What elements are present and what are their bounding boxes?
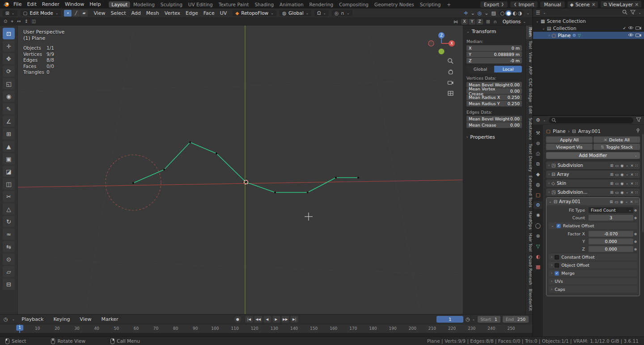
topbar-menu-item[interactable]: Render [39,1,62,7]
correct-face-attributes-icon[interactable]: ◫ [32,19,36,24]
realtime-toggle-icon[interactable]: ▭ [614,200,618,204]
tab-material[interactable]: ◐ [534,253,542,260]
viewport-menu-item[interactable]: Add [128,10,143,16]
hide-eye-icon[interactable] [628,33,634,38]
expand-caret-icon[interactable]: ⌄ [549,200,552,204]
expand-caret-icon[interactable]: › [548,190,550,194]
tab-view-layer[interactable]: ⧉ [534,160,542,168]
viewport-menu-item[interactable]: Vertex [162,10,183,16]
modifier-name[interactable]: Skin [557,181,566,186]
tool-rip-region[interactable]: ⊟ [3,278,15,290]
drag-handle-icon[interactable]: ∷ [636,163,638,168]
tab-hair-tool[interactable]: Hair Tool [526,231,532,254]
topbar-menu-item[interactable]: Help [87,1,103,7]
shading-dropdown-caret[interactable]: ⌄ [526,11,530,15]
viewport-menu-item[interactable]: UV [217,10,230,16]
close-icon[interactable]: ✕ [630,181,633,186]
retopoflow-dropdown[interactable]: ◆RetopoFlow⌄ [233,10,276,16]
frame-end-field[interactable]: End250 [503,316,529,323]
tab-hardops[interactable]: HardOps [526,209,532,231]
outliner-row-plane[interactable]: › ▢ Plane ⚙ ▽ [533,32,644,39]
subpanel-checkbox[interactable]: ✓ [555,255,559,260]
tab-csc-bridge[interactable]: CSC Bridge [526,77,532,104]
close-icon[interactable]: ✕ [630,190,633,195]
tab-physics[interactable]: ◯ [534,222,542,230]
snap-target-icon[interactable]: ⌖ [11,19,13,24]
viewport-menu-item[interactable]: Select [108,10,129,16]
topbar-menu-item[interactable]: Edit [24,1,39,7]
animate-dot-icon[interactable]: ● [633,216,638,220]
exclude-checkbox[interactable]: ✓ [623,26,626,30]
manual-button[interactable]: Manual [540,1,564,8]
face-select-mode-button[interactable]: ▰ [80,10,88,17]
median-field[interactable]: X0 m [466,45,522,51]
playhead[interactable]: 1 [19,324,20,333]
tab-item[interactable]: Item [526,26,532,39]
tool-loop-cut[interactable]: ◫ [3,178,15,190]
realtime-toggle-icon[interactable]: ▭ [615,190,619,195]
animate-dot-icon[interactable]: ● [633,232,638,236]
vertex-data-field[interactable]: Mean Radius Y0.250 [466,101,522,106]
clock-icon[interactable]: ◷ [466,316,470,322]
modifier-name[interactable]: Subdivision... [558,190,588,195]
shading-solid-button[interactable]: ● [505,10,512,16]
tab-object-data[interactable]: ▽ [534,243,542,250]
tab-texel-density[interactable]: Texel Density [526,142,532,174]
shading-rendered-button[interactable]: ◑ [518,10,522,16]
fit-type-dropdown[interactable]: Fixed Count⌄ [589,207,633,213]
gizmo-dropdown-caret[interactable]: ⌄ [470,10,475,16]
live-unwrap-icon[interactable]: ∩ [493,19,496,24]
tab-tool[interactable]: Tool [526,39,532,51]
frame-start-field[interactable]: Start1 [478,316,500,323]
camera-view-icon[interactable] [446,78,454,86]
modifier-subdivision-001[interactable]: › ◳ Subdivision... ⊞ ▭ ◉ ⌄ ✕ ∷ [546,188,640,196]
expand-caret-icon[interactable]: ⌄ [542,26,545,30]
pan-hand-icon[interactable] [446,68,454,76]
breadcrumb-object[interactable]: Plane [553,128,566,134]
close-icon[interactable]: ✕ [630,163,633,168]
xray-toggle[interactable]: ▨ [491,10,496,16]
viewport-menu-item[interactable]: Edge [183,10,201,16]
properties-panel-header[interactable]: ›Properties [466,133,522,141]
realtime-toggle-icon[interactable]: ▭ [615,181,619,186]
search-icon[interactable] [622,9,627,16]
tool-cursor[interactable]: ✛ [3,40,15,52]
mode-dropdown[interactable]: ▢Edit Mode⌄ [21,10,61,16]
auto-keying-button[interactable]: ● [234,316,241,323]
properties-search-input[interactable] [549,117,633,124]
subpanel-merge[interactable]: ›✓ Merge [549,270,637,277]
modifier-name[interactable]: Array [557,172,569,177]
tool-box-select[interactable]: ⊡ [3,28,15,39]
close-icon[interactable]: ✕ [635,2,639,7]
realtime-toggle-icon[interactable]: ▭ [615,163,619,168]
mirror-axis-button[interactable]: X [461,19,468,25]
delete-all-button[interactable]: ✕Delete All [593,136,640,143]
close-icon[interactable]: ✕ [592,2,596,7]
mirror-y-icon[interactable]: ↕ [24,19,28,24]
modifier-array-001-header[interactable]: ⌄ ⊟ Array.001 ⊞ ▭ ◉ ⌄ ✕ ∷ [547,198,640,205]
render-toggle-icon[interactable]: ◉ [620,172,623,177]
tab-modifiers[interactable]: ⚙ [534,201,542,209]
show-gizmo-toggle[interactable]: ✛ [464,10,468,16]
editor-type-button[interactable]: ⊞⌄ [3,10,17,16]
render-toggle-icon[interactable]: ◉ [620,200,623,204]
modifier-name[interactable]: Subdivision [558,163,583,168]
subpanel-caps[interactable]: ›✓ Caps [549,286,637,293]
tool-extrude-region[interactable]: ▲ [3,141,15,152]
render-toggle-icon[interactable]: ◉ [620,163,623,168]
outliner-editor-icon[interactable]: ☰ [536,10,540,16]
offset-value-field[interactable]: 0.000 [589,239,633,244]
vertex-select-mode-button[interactable]: ∙ [64,10,72,17]
workspace-tab[interactable]: Texture Paint [216,1,252,8]
subpanel-constant-offset[interactable]: ›✓ Constant Offset [549,254,637,260]
workspace-tab[interactable]: Rendering [307,1,336,8]
overlays-dropdown-caret[interactable]: ⌄ [484,10,488,16]
median-field[interactable]: Y0.088889 m [466,51,522,57]
drag-handle-icon[interactable]: ∷ [636,172,638,177]
tool-shrink-fatten[interactable]: ⊙ [3,253,15,265]
vertex-data-field[interactable]: Mean Vertex Crease0.00 [466,88,522,94]
timeline-editor-icon[interactable]: ◷ [4,316,8,322]
render-toggle-icon[interactable]: ◉ [620,181,623,186]
timeline-ruler[interactable]: 1 10203040506070809010011012013014015016… [0,324,532,333]
show-overlays-toggle[interactable]: ◎ [478,10,482,16]
